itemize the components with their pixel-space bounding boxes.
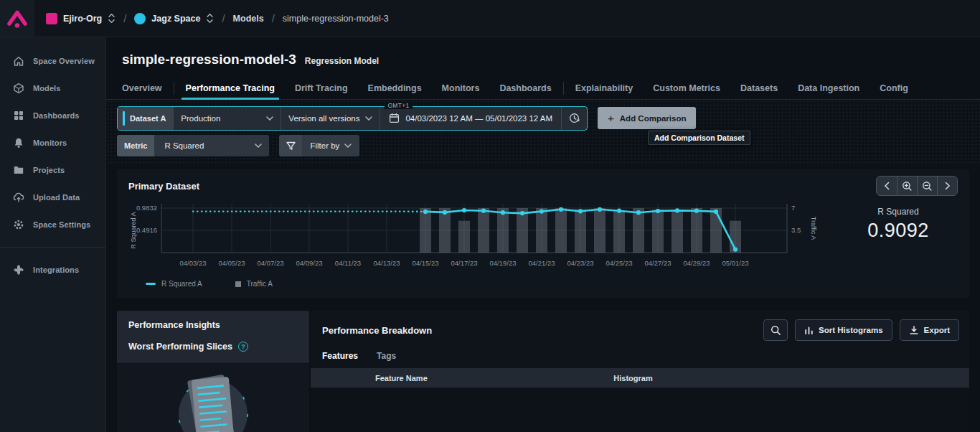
sort-histograms-label: Sort Histograms: [819, 326, 882, 334]
sidebar-divider: [0, 247, 105, 248]
chart-nav-group: [876, 176, 958, 196]
cube-icon: [13, 83, 24, 94]
org-switcher[interactable]: Ejiro-Org: [46, 13, 116, 24]
main-content: simple-regression-model-3 Regression Mod…: [106, 37, 980, 432]
tab-drift-tracing[interactable]: Drift Tracing: [285, 78, 358, 99]
svg-text:04/27/23: 04/27/23: [645, 259, 672, 267]
sort-histograms-button[interactable]: Sort Histograms: [795, 319, 892, 341]
tab-overview[interactable]: Overview: [122, 78, 172, 99]
cloud-upload-icon: [13, 192, 24, 203]
help-icon[interactable]: ?: [238, 342, 248, 352]
plus-icon: +: [608, 113, 614, 123]
slices-illustration: [117, 362, 309, 432]
sidebar-item-projects[interactable]: Projects: [0, 156, 105, 184]
puzzle-icon: [13, 264, 24, 276]
dashboard-grid-icon: [13, 110, 24, 121]
svg-text:04/11/23: 04/11/23: [335, 259, 361, 267]
chevron-down-icon: [248, 135, 269, 156]
topbar: Ejiro-Org / Jagz Space / Models / simple…: [0, 0, 980, 37]
worst-slices-title: Worst Performing Slices: [128, 342, 232, 352]
histogram-icon: [804, 326, 814, 335]
square-swatch-icon: [235, 281, 241, 287]
space-avatar: [134, 13, 146, 24]
tab-divider: [174, 82, 174, 95]
zoom-out-icon[interactable]: [917, 177, 937, 195]
sidebar-item-upload-data[interactable]: Upload Data: [0, 184, 105, 211]
environment-select[interactable]: Production: [173, 107, 281, 130]
tab-dashboards[interactable]: Dashboards: [489, 78, 561, 99]
dataset-selector-group: Dataset A Production Version all version…: [117, 106, 588, 131]
sidebar-item-label: Projects: [33, 166, 65, 174]
performance-insights-card: Performance Insights Worst Performing Sl…: [117, 311, 309, 432]
version-select[interactable]: Version all versions: [281, 107, 380, 130]
calendar-icon: [389, 113, 400, 125]
legend-item-traffic-a[interactable]: Traffic A: [235, 280, 273, 288]
tab-performance-tracing[interactable]: Performance Tracing: [176, 78, 285, 99]
add-comparison-tooltip: Add Comparison Dataset: [648, 131, 750, 145]
svg-text:04/07/23: 04/07/23: [258, 259, 284, 267]
export-button[interactable]: Export: [900, 319, 959, 341]
breakdown-tab-tags[interactable]: Tags: [377, 351, 396, 361]
tab-data-ingestion[interactable]: Data Ingestion: [788, 78, 870, 99]
swap-vertical-icon[interactable]: [206, 13, 214, 24]
home-icon: [13, 55, 24, 67]
arize-logo[interactable]: [0, 0, 34, 37]
sidebar-item-monitors[interactable]: Monitors: [0, 129, 105, 156]
search-button[interactable]: [763, 319, 788, 341]
tab-monitors[interactable]: Monitors: [432, 78, 490, 99]
sidebar-item-dashboards[interactable]: Dashboards: [0, 102, 105, 129]
breadcrumb-model: simple-regression-model-3: [283, 14, 389, 24]
pan-left-button[interactable]: [877, 177, 897, 195]
add-comparison-button[interactable]: + Add Comparison: [598, 107, 696, 129]
filter-by-button[interactable]: Filter by: [279, 135, 359, 156]
tab-datasets[interactable]: Datasets: [730, 78, 788, 99]
svg-text:05/01/23: 05/01/23: [722, 259, 749, 267]
breakdown-tab-features[interactable]: Features: [322, 351, 358, 361]
svg-text:04/21/23: 04/21/23: [529, 259, 555, 267]
metric-summary: R Squared 0.9092: [839, 199, 958, 242]
metric-select-group[interactable]: Metric R Squared: [117, 135, 269, 156]
breadcrumb-separator: /: [270, 12, 276, 24]
svg-text:04/15/23: 04/15/23: [413, 259, 439, 267]
time-settings-button[interactable]: [561, 107, 587, 130]
sidebar-item-label: Space Settings: [33, 220, 90, 229]
svg-text:04/05/23: 04/05/23: [219, 259, 245, 267]
sidebar-item-label: Integrations: [33, 266, 79, 274]
controls-area: Dataset A Production Version all version…: [106, 100, 980, 165]
tab-explainability[interactable]: Explainability: [565, 78, 644, 99]
sidebar-item-integrations[interactable]: Integrations: [0, 256, 105, 283]
bell-icon: [13, 137, 24, 149]
tab-divider: [563, 82, 564, 95]
legend-item-r-squared-a[interactable]: R Squared A: [146, 280, 202, 288]
column-header-histogram: Histogram: [613, 374, 969, 382]
export-label: Export: [924, 326, 950, 334]
sidebar-item-models[interactable]: Models: [0, 75, 105, 102]
swap-vertical-icon[interactable]: [108, 13, 116, 24]
legend-label: Traffic A: [247, 280, 273, 288]
sidebar-item-space-overview[interactable]: Space Overview: [0, 47, 105, 75]
zoom-in-icon[interactable]: [897, 177, 917, 195]
breadcrumb: Ejiro-Org / Jagz Space / Models / simple…: [46, 0, 389, 37]
arize-caret-icon: [6, 9, 28, 29]
sidebar-item-label: Monitors: [33, 138, 67, 147]
column-header-feature-name: Feature Name: [311, 374, 613, 382]
space-switcher[interactable]: Jagz Space: [134, 13, 214, 24]
metric-summary-label: R Squared: [877, 207, 918, 217]
breadcrumb-separator: /: [122, 12, 128, 24]
clock-history-icon: [568, 112, 580, 126]
dataset-a-label: Dataset A: [130, 114, 166, 123]
model-type-label: Regression Model: [305, 56, 379, 66]
date-range-picker[interactable]: GMT+1 04/03/2023 12 AM — 05/01/2023 12 A…: [380, 107, 561, 130]
breadcrumb-models[interactable]: Models: [233, 14, 264, 24]
breakdown-table-body: [311, 388, 969, 432]
tab-embeddings[interactable]: Embeddings: [358, 78, 432, 99]
sidebar-item-space-settings[interactable]: Space Settings: [0, 211, 105, 238]
date-range-value: 04/03/2023 12 AM — 05/01/2023 12 AM: [405, 114, 552, 123]
tab-custom-metrics[interactable]: Custom Metrics: [643, 78, 730, 99]
performance-chart[interactable]: 0.98320.491673.5R Squared ATraffic A04/0…: [128, 199, 839, 274]
pan-right-button[interactable]: [937, 177, 957, 195]
primary-dataset-panel: Primary Dataset: [117, 169, 969, 298]
tab-config[interactable]: Config: [870, 78, 918, 99]
chevron-down-icon: [266, 116, 273, 121]
chart-legend: R Squared ATraffic A: [146, 280, 958, 288]
